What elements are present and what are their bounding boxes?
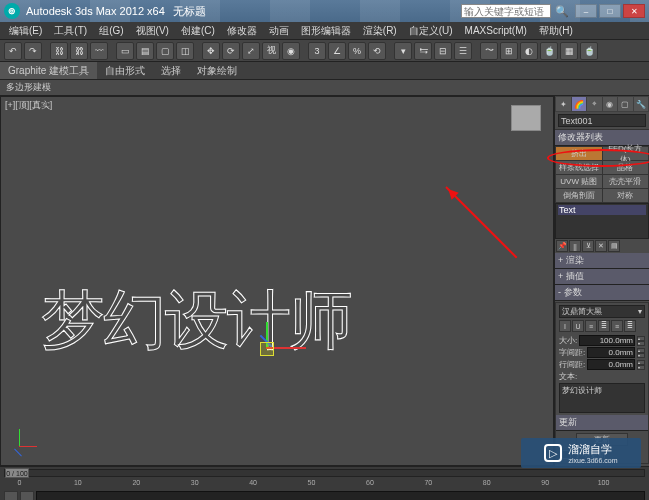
- italic-button[interactable]: I: [559, 320, 571, 332]
- mod-uvw-button[interactable]: UVW 贴图: [556, 175, 602, 188]
- rollout-render[interactable]: + 渲染: [555, 253, 649, 269]
- leading-spinner[interactable]: 0.0mm: [587, 359, 635, 370]
- search-input[interactable]: [461, 4, 551, 18]
- menu-custom[interactable]: 自定义(U): [404, 24, 458, 38]
- angle-snap-button[interactable]: ∠: [328, 42, 346, 60]
- text-spline-object[interactable]: 梦幻设计师: [41, 277, 351, 364]
- curve-editor-button[interactable]: 〜: [480, 42, 498, 60]
- snap-button[interactable]: 3: [308, 42, 326, 60]
- align-right-button[interactable]: ≡: [611, 320, 623, 332]
- viewport-label[interactable]: [+][顶][真实]: [5, 99, 52, 112]
- rollout-params[interactable]: - 参数: [555, 285, 649, 301]
- render-frame-button[interactable]: ▦: [560, 42, 578, 60]
- track-next-button[interactable]: [20, 491, 34, 500]
- select-name-button[interactable]: ▤: [136, 42, 154, 60]
- schematic-button[interactable]: ⊞: [500, 42, 518, 60]
- undo-button[interactable]: ↶: [4, 42, 22, 60]
- menu-help[interactable]: 帮助(H): [534, 24, 578, 38]
- rotate-button[interactable]: ⟳: [222, 42, 240, 60]
- stack-item-text[interactable]: Text: [558, 205, 646, 215]
- ribbon-tab-graphite[interactable]: Graphite 建模工具: [0, 62, 97, 79]
- minimize-button[interactable]: –: [575, 4, 597, 18]
- unlink-button[interactable]: ⛓̸: [70, 42, 88, 60]
- mirror-button[interactable]: ⮀: [414, 42, 432, 60]
- tab-display[interactable]: ▢: [618, 97, 633, 111]
- named-sel-button[interactable]: ▾: [394, 42, 412, 60]
- mod-shell-button[interactable]: 壳壳平滑: [603, 175, 649, 188]
- time-slider-handle[interactable]: 0 / 100: [5, 468, 29, 478]
- viewcube[interactable]: [511, 105, 541, 131]
- unique-button[interactable]: ⊻: [582, 240, 594, 252]
- menu-modifiers[interactable]: 修改器: [222, 24, 262, 38]
- kern-down[interactable]: ▾: [637, 353, 645, 358]
- material-button[interactable]: ◐: [520, 42, 538, 60]
- link-button[interactable]: ⛓: [50, 42, 68, 60]
- app-logo-icon[interactable]: ⊚: [4, 3, 20, 19]
- transform-gizmo[interactable]: [246, 322, 296, 372]
- pin-stack-button[interactable]: 📌: [556, 240, 568, 252]
- menu-create[interactable]: 创建(C): [176, 24, 220, 38]
- modifier-stack[interactable]: Text: [555, 203, 649, 239]
- ribbon-tab-paint[interactable]: 对象绘制: [189, 62, 245, 79]
- menu-render[interactable]: 渲染(R): [358, 24, 402, 38]
- menu-edit[interactable]: 编辑(E): [4, 24, 47, 38]
- percent-snap-button[interactable]: %: [348, 42, 366, 60]
- tab-hierarchy[interactable]: ⌖: [587, 97, 602, 111]
- align-left-button[interactable]: ≡: [585, 320, 597, 332]
- align-button[interactable]: ⊟: [434, 42, 452, 60]
- select-button[interactable]: ▭: [116, 42, 134, 60]
- tab-modify[interactable]: 🌈: [572, 97, 587, 111]
- ribbon-sub-label[interactable]: 多边形建模: [6, 81, 51, 94]
- text-input[interactable]: 梦幻设计师: [559, 383, 645, 413]
- layers-button[interactable]: ☰: [454, 42, 472, 60]
- mod-symmetry-button[interactable]: 对称: [603, 189, 649, 202]
- ribbon-tab-freeform[interactable]: 自由形式: [97, 62, 153, 79]
- size-spinner[interactable]: 100.0mm: [579, 335, 635, 346]
- show-end-button[interactable]: ||: [569, 240, 581, 252]
- menu-view[interactable]: 视图(V): [131, 24, 174, 38]
- gizmo-origin[interactable]: [260, 342, 274, 356]
- underline-button[interactable]: U: [572, 320, 584, 332]
- rollout-interp[interactable]: + 插值: [555, 269, 649, 285]
- spinner-snap-button[interactable]: ⟲: [368, 42, 386, 60]
- redo-button[interactable]: ↷: [24, 42, 42, 60]
- lead-down[interactable]: ▾: [637, 365, 645, 370]
- align-center-button[interactable]: ≣: [598, 320, 610, 332]
- ribbon-sub: 多边形建模: [0, 80, 649, 96]
- pivot-button[interactable]: ◉: [282, 42, 300, 60]
- mod-bevel-button[interactable]: 倒角剖面: [556, 189, 602, 202]
- select-region-button[interactable]: ▢: [156, 42, 174, 60]
- menu-animation[interactable]: 动画: [264, 24, 294, 38]
- size-down[interactable]: ▾: [637, 341, 645, 346]
- tab-motion[interactable]: ◉: [603, 97, 618, 111]
- align-justify-button[interactable]: ≣: [624, 320, 636, 332]
- tab-utilities[interactable]: 🔧: [634, 97, 649, 111]
- time-slider[interactable]: 0 / 100: [4, 469, 645, 477]
- scale-button[interactable]: ⤢: [242, 42, 260, 60]
- viewport[interactable]: [+][顶][真实] 梦幻设计师: [0, 96, 554, 466]
- kerning-spinner[interactable]: 0.0mm: [587, 347, 635, 358]
- command-panel-tabs: ✦ 🌈 ⌖ ◉ ▢ 🔧: [555, 96, 649, 112]
- main-toolbar: ↶ ↷ ⛓ ⛓̸ 〰 ▭ ▤ ▢ ◫ ✥ ⟳ ⤢ 视 ◉ 3 ∠ % ⟲ ▾ ⮀…: [0, 40, 649, 62]
- ribbon-tab-select[interactable]: 选择: [153, 62, 189, 79]
- ref-coord-button[interactable]: 视: [262, 42, 280, 60]
- font-dropdown[interactable]: 汉鼎简大黑▾: [559, 305, 645, 318]
- close-button[interactable]: ✕: [623, 4, 645, 18]
- move-button[interactable]: ✥: [202, 42, 220, 60]
- window-crossing-button[interactable]: ◫: [176, 42, 194, 60]
- remove-mod-button[interactable]: ✕: [595, 240, 607, 252]
- menu-group[interactable]: 组(G): [94, 24, 128, 38]
- menu-tools[interactable]: 工具(T): [49, 24, 92, 38]
- render-setup-button[interactable]: 🍵: [540, 42, 558, 60]
- config-sets-button[interactable]: ▤: [608, 240, 620, 252]
- maximize-button[interactable]: □: [599, 4, 621, 18]
- object-name-input[interactable]: [558, 114, 646, 127]
- track-prev-button[interactable]: [4, 491, 18, 500]
- menu-graph[interactable]: 图形编辑器: [296, 24, 356, 38]
- tab-create[interactable]: ✦: [556, 97, 571, 111]
- bind-spacewarp-button[interactable]: 〰: [90, 42, 108, 60]
- render-button[interactable]: 🍵: [580, 42, 598, 60]
- track-bar[interactable]: [36, 491, 645, 500]
- search-icon[interactable]: 🔍: [555, 5, 569, 18]
- menu-maxscript[interactable]: MAXScript(M): [460, 25, 532, 36]
